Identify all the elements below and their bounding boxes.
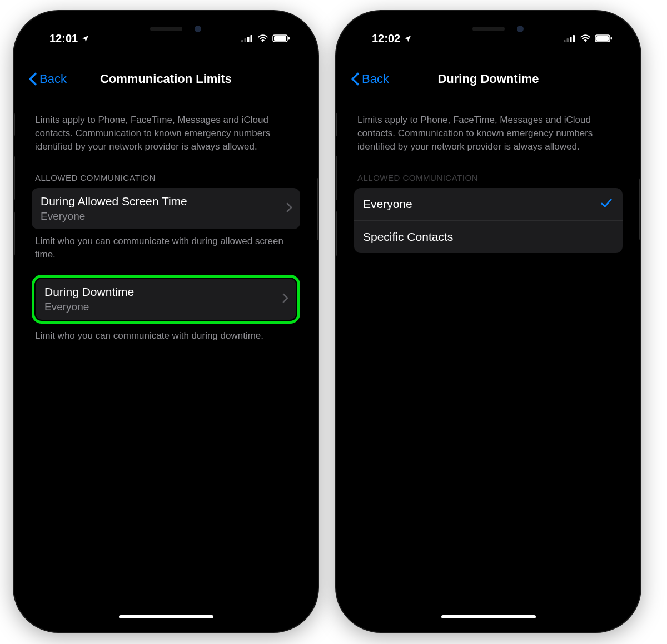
location-icon	[81, 34, 89, 43]
row-note-downtime: Limit who you can communicate with durin…	[32, 324, 300, 345]
svg-rect-10	[570, 37, 572, 42]
earpiece	[472, 27, 505, 31]
volume-up-button[interactable]	[14, 156, 15, 200]
bezel: 12:01	[22, 19, 310, 624]
svg-rect-15	[611, 37, 613, 40]
wifi-icon	[580, 34, 591, 42]
notch	[102, 19, 230, 39]
front-camera	[517, 26, 524, 32]
svg-rect-9	[567, 38, 569, 42]
wifi-icon	[257, 34, 268, 42]
row-title: During Allowed Screen Time	[41, 195, 291, 208]
back-label: Back	[362, 72, 389, 86]
screen: 12:01	[22, 19, 310, 624]
intro-text: Limits apply to Phone, FaceTime, Message…	[354, 108, 623, 160]
svg-rect-8	[564, 40, 566, 42]
section-header-allowed: ALLOWED COMMUNICATION	[354, 160, 623, 188]
highlight-annotation: During Downtime Everyone	[32, 275, 300, 324]
navigation-bar: Back During Downtime	[344, 63, 633, 95]
back-label: Back	[39, 72, 67, 86]
svg-rect-14	[596, 36, 609, 41]
row-during-screen-time[interactable]: During Allowed Screen Time Everyone	[32, 188, 300, 229]
option-everyone[interactable]: Everyone	[354, 188, 623, 220]
svg-rect-6	[274, 36, 286, 41]
cellular-icon	[241, 34, 253, 42]
svg-rect-1	[245, 38, 247, 42]
svg-rect-2	[247, 37, 250, 42]
chevron-right-icon	[282, 293, 288, 305]
cellular-icon	[564, 34, 576, 42]
svg-point-4	[262, 41, 263, 42]
back-button[interactable]: Back	[351, 72, 389, 86]
volume-down-button[interactable]	[336, 211, 337, 256]
status-time: 12:02	[372, 32, 400, 45]
home-indicator[interactable]	[119, 615, 213, 618]
power-button[interactable]	[639, 178, 640, 240]
chevron-right-icon	[286, 202, 292, 215]
row-value: Everyone	[41, 210, 291, 222]
intro-text: Limits apply to Phone, FaceTime, Message…	[32, 108, 300, 160]
back-button[interactable]: Back	[28, 72, 67, 86]
content-area: Limits apply to Phone, FaceTime, Message…	[22, 108, 310, 624]
home-indicator[interactable]	[441, 615, 536, 618]
volume-down-button[interactable]	[14, 211, 15, 256]
row-note-screen-time: Limit who you can communicate with durin…	[32, 229, 300, 264]
chevron-left-icon	[28, 72, 37, 86]
row-during-downtime[interactable]: During Downtime Everyone	[36, 279, 296, 320]
battery-icon	[595, 34, 613, 42]
silence-switch[interactable]	[14, 113, 15, 136]
volume-up-button[interactable]	[336, 156, 337, 200]
chevron-left-icon	[351, 72, 360, 86]
content-area: Limits apply to Phone, FaceTime, Message…	[344, 108, 633, 624]
phone-frame-left: 12:01	[14, 11, 318, 632]
svg-rect-3	[251, 35, 253, 42]
svg-rect-7	[288, 37, 290, 40]
power-button[interactable]	[317, 178, 318, 240]
navigation-bar: Back Communication Limits	[22, 63, 310, 95]
option-label: Specific Contacts	[363, 230, 614, 244]
row-value: Everyone	[44, 301, 287, 313]
earpiece	[150, 27, 182, 31]
battery-icon	[272, 34, 290, 42]
option-specific-contacts[interactable]: Specific Contacts	[354, 220, 623, 253]
front-camera	[195, 26, 201, 32]
cell-group-primary: During Allowed Screen Time Everyone	[32, 188, 300, 229]
option-label: Everyone	[363, 197, 614, 211]
notch	[425, 19, 552, 39]
svg-rect-11	[573, 35, 575, 42]
location-icon	[404, 34, 412, 43]
row-title: During Downtime	[44, 285, 287, 299]
svg-point-12	[585, 41, 586, 42]
screen: 12:02	[344, 19, 633, 624]
checkmark-icon	[600, 197, 613, 211]
status-time: 12:01	[49, 32, 78, 45]
cell-group-options: Everyone Specific Contacts	[354, 188, 623, 253]
bezel: 12:02	[344, 19, 633, 624]
svg-rect-0	[241, 40, 243, 42]
section-header-allowed: ALLOWED COMMUNICATION	[32, 160, 300, 188]
phone-frame-right: 12:02	[336, 11, 640, 632]
silence-switch[interactable]	[336, 113, 337, 136]
